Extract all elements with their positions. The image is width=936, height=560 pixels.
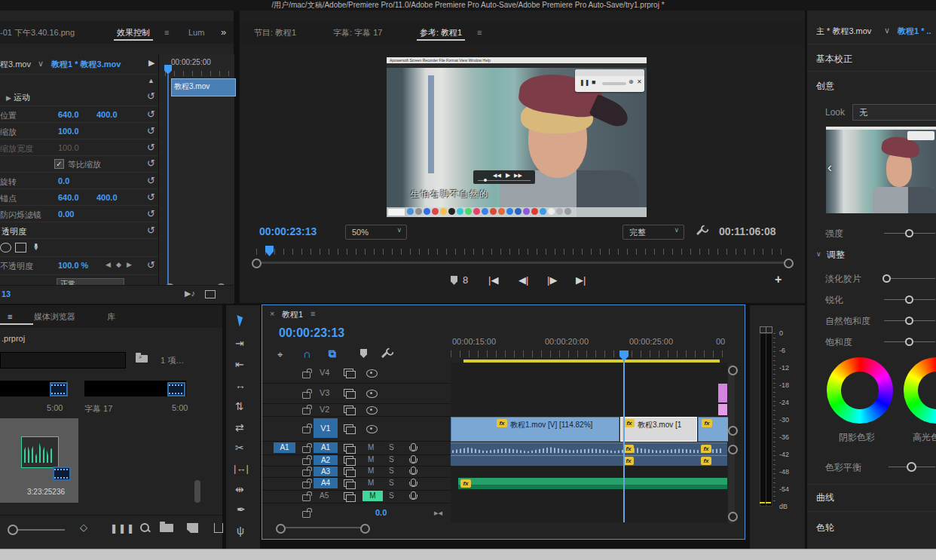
fit-clip-icon[interactable]: ▸◂	[434, 508, 442, 518]
rotation-value[interactable]: 0.0	[58, 176, 69, 185]
dock-icon[interactable]	[498, 208, 505, 215]
voiceover-mic-icon[interactable]	[411, 443, 416, 452]
look-preview-thumbnail[interactable]: ‹	[826, 127, 936, 213]
rate-stretch-tool[interactable]: ⇄	[235, 421, 244, 433]
reset-position-icon[interactable]: ↺	[147, 109, 155, 120]
program-scrubber-ticks[interactable]	[256, 249, 788, 255]
lock-icon[interactable]	[302, 494, 310, 503]
track-name-v1[interactable]: V1	[314, 418, 338, 438]
anchor-y-value[interactable]: 400.0	[96, 193, 118, 202]
razor-tool[interactable]: ✂	[235, 442, 244, 454]
dock-icon[interactable]	[548, 208, 555, 215]
fx-badge[interactable]: fx	[624, 419, 635, 427]
fx-badge[interactable]: fx	[497, 419, 507, 427]
section-curves[interactable]: 曲线	[816, 491, 834, 504]
vibrance-slider-knob[interactable]	[905, 317, 913, 325]
sync-lock-icon[interactable]	[344, 467, 353, 476]
tab-captions[interactable]: 字幕: 字幕 17	[333, 21, 382, 44]
fx-badge[interactable]: fx	[702, 419, 712, 427]
reset-opacity-value-icon[interactable]: ↺	[147, 259, 155, 271]
reset-opacity-icon[interactable]: ↺	[147, 225, 155, 236]
lock-icon[interactable]	[302, 481, 310, 490]
mini-play-icon[interactable]: ▶	[506, 172, 510, 179]
dock-icon[interactable]	[556, 208, 563, 215]
lock-icon[interactable]	[302, 407, 310, 416]
dock-icon-premiere[interactable]	[515, 208, 522, 215]
track-output-eye-icon[interactable]	[366, 390, 378, 399]
track-output-eye-icon[interactable]	[366, 369, 378, 379]
adjust-diamond-icon[interactable]: ◇	[80, 522, 87, 533]
effect-controls-menu-icon[interactable]: ≡	[164, 21, 169, 44]
thumb-zoom-track[interactable]	[18, 529, 65, 531]
tab-reference[interactable]: 参考: 教程1	[420, 21, 462, 44]
program-menu-icon[interactable]: ≡	[477, 21, 482, 44]
position-y-value[interactable]: 400.0	[96, 110, 118, 119]
clip-v3-graphic[interactable]	[718, 384, 727, 402]
clip-a4-music[interactable]: fx	[458, 478, 727, 489]
reset-scale-icon[interactable]: ↺	[147, 125, 155, 136]
button-editor-plus-icon[interactable]: +	[775, 273, 782, 286]
clip-v1-tutorial1[interactable]: fx 教程1.mov [V] [114.82%]	[451, 417, 619, 442]
pen-mask-icon[interactable]: ✒	[30, 243, 41, 251]
clip-v2-graphic[interactable]	[718, 404, 727, 415]
tab-overflow-icon[interactable]: »	[221, 21, 226, 44]
project-v-scrollbar[interactable]	[194, 480, 200, 503]
intensity-slider-knob[interactable]	[905, 229, 913, 237]
faded-film-slider-track[interactable]	[884, 278, 935, 279]
mini-forward-icon[interactable]: ▶▶	[514, 173, 522, 179]
track-name-a5[interactable]: A5	[320, 491, 329, 500]
timeline-h-zoom-track[interactable]	[280, 527, 365, 528]
chevron-down-icon[interactable]: ∨	[38, 59, 44, 69]
tab-effect-controls[interactable]: 效果控制	[117, 21, 150, 44]
step-forward-icon[interactable]: |▶	[547, 274, 557, 286]
track-name-a4[interactable]: A4	[314, 478, 338, 488]
export-frame-icon[interactable]	[205, 290, 216, 298]
zoom-level-select[interactable]: 50% ∨	[345, 225, 407, 240]
scale-value[interactable]: 100.0	[58, 127, 79, 136]
sync-lock-icon[interactable]	[344, 444, 353, 453]
shadow-tint-wheel[interactable]	[827, 357, 893, 424]
new-bin-icon[interactable]	[160, 524, 173, 534]
track-select-backward-tool[interactable]: ⇤	[235, 358, 244, 370]
lock-icon[interactable]	[302, 510, 310, 519]
clip-a1-audio[interactable]: fx fx	[451, 442, 727, 455]
lock-icon[interactable]	[302, 445, 310, 454]
pause-recording-icon[interactable]: ❚❚	[580, 79, 589, 86]
ripple-edit-tool[interactable]: ↔	[235, 379, 246, 391]
search-bin-icon[interactable]: ⌕	[136, 355, 148, 364]
mini-rewind-icon[interactable]: ◀◀	[493, 173, 501, 179]
faded-film-slider-knob[interactable]	[882, 274, 891, 283]
dock-icon[interactable]	[432, 208, 439, 215]
add-marker-icon[interactable]	[451, 276, 457, 286]
track-name-v2[interactable]: V2	[320, 405, 329, 414]
program-scrollbar[interactable]	[256, 262, 788, 264]
rect-mask-icon[interactable]	[15, 243, 26, 252]
thumb-zoom-knob[interactable]	[8, 525, 18, 535]
solo-button[interactable]: S	[389, 455, 394, 464]
solo-button[interactable]: S	[389, 479, 394, 487]
reset-motion-icon[interactable]: ↺	[147, 90, 155, 102]
tint-balance-slider-knob[interactable]	[907, 462, 916, 472]
twirl-icon[interactable]: ▶	[6, 94, 11, 102]
track-name-a1[interactable]: A1	[314, 442, 338, 453]
selection-tool[interactable]	[238, 314, 243, 328]
add-keyframe-icon[interactable]: ◆	[116, 261, 121, 268]
track-name-a3[interactable]: A3	[314, 467, 338, 476]
dock-icon[interactable]	[506, 208, 513, 215]
track-name-a2[interactable]: A2	[314, 455, 338, 465]
clear-trash-icon[interactable]	[214, 523, 223, 533]
step-back-icon[interactable]: ◀|	[518, 274, 528, 286]
adjustments-label[interactable]: 调整	[827, 249, 845, 262]
scroll-knob[interactable]	[728, 512, 738, 522]
chevron-down-icon[interactable]: ∨	[884, 26, 890, 35]
ecp-clip-bar[interactable]: 教程3.mov	[171, 78, 236, 96]
section-color-wheels[interactable]: 色轮	[816, 522, 834, 534]
fx-badge[interactable]: fx	[701, 445, 711, 453]
new-item-icon[interactable]	[187, 523, 198, 533]
stop-recording-icon[interactable]: ■	[592, 78, 595, 86]
source-patch-a1[interactable]: A1	[274, 442, 295, 453]
dock-icon[interactable]	[448, 208, 455, 215]
dock-icon[interactable]	[415, 208, 422, 215]
timeline-tab[interactable]: 教程1	[282, 309, 303, 320]
ellipse-mask-icon[interactable]	[0, 243, 11, 252]
